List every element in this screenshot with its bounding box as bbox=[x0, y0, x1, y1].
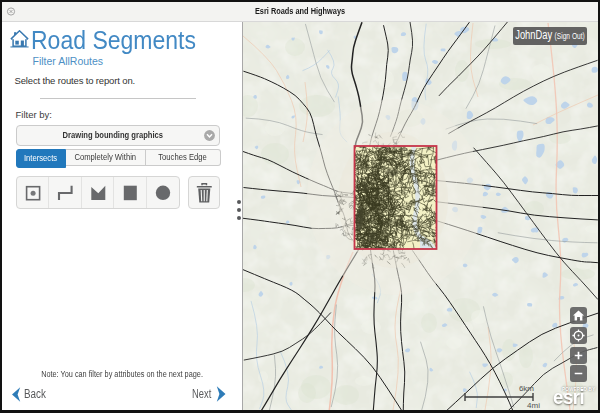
svg-text:6km: 6km bbox=[519, 384, 534, 393]
svg-text:4mi: 4mi bbox=[527, 401, 540, 410]
